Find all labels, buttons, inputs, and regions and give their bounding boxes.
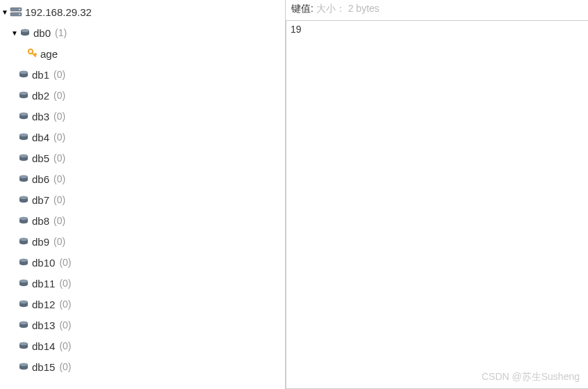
- chevron-down-icon: ▼: [10, 29, 19, 37]
- database-icon: [18, 342, 29, 350]
- db-node-db9[interactable]: db9(0): [0, 231, 285, 252]
- db-name: db7: [32, 194, 49, 206]
- svg-point-14: [19, 134, 28, 136]
- database-icon: [18, 258, 29, 267]
- database-icon: [18, 133, 29, 141]
- keyvalue-label: 键值:: [291, 3, 313, 14]
- db-count: (0): [54, 236, 65, 247]
- database-icon: [18, 112, 29, 120]
- db-node-db10[interactable]: db10(0): [0, 252, 285, 273]
- db-name: db6: [32, 173, 49, 185]
- db-count: (0): [54, 173, 65, 184]
- db-count: (1): [55, 27, 67, 38]
- db-node-db13[interactable]: db13(0): [0, 315, 285, 335]
- server-node[interactable]: ▼ 192.168.29.32: [0, 1, 285, 22]
- svg-point-10: [19, 92, 28, 95]
- database-icon: [18, 175, 29, 183]
- db-node-db2[interactable]: db2(0): [0, 85, 285, 106]
- db-name: db13: [32, 319, 55, 331]
- db-name: db4: [32, 132, 49, 143]
- db-count: (0): [59, 299, 71, 310]
- db-count: (0): [59, 278, 71, 289]
- database-icon: [18, 154, 29, 162]
- svg-point-18: [19, 175, 28, 178]
- database-icon: [18, 196, 29, 204]
- db-name: db15: [32, 361, 55, 373]
- svg-point-20: [19, 196, 28, 199]
- svg-point-36: [19, 363, 28, 366]
- database-icon: [18, 91, 29, 100]
- svg-point-30: [19, 301, 28, 303]
- db-node-db5[interactable]: db5(0): [0, 148, 285, 168]
- svg-point-2: [19, 9, 20, 10]
- svg-point-26: [19, 259, 28, 262]
- db-name: db8: [32, 215, 49, 227]
- svg-point-28: [19, 280, 28, 283]
- svg-point-24: [19, 238, 28, 241]
- db-name: db14: [32, 340, 55, 352]
- db-node-db4[interactable]: db4(0): [0, 127, 285, 148]
- db-name: db10: [32, 257, 55, 269]
- svg-point-5: [21, 29, 29, 32]
- db-count: (0): [54, 90, 65, 101]
- db-node-db6[interactable]: db6(0): [0, 168, 285, 189]
- value-textarea[interactable]: 19: [286, 20, 588, 389]
- database-icon: [18, 321, 29, 329]
- svg-point-22: [19, 217, 28, 220]
- svg-point-34: [19, 342, 28, 345]
- db-count: (0): [54, 132, 65, 143]
- db-node-db11[interactable]: db11(0): [0, 273, 285, 294]
- server-icon: [10, 7, 22, 17]
- db-node-db0[interactable]: ▼ db0 (1): [0, 22, 285, 43]
- svg-point-32: [19, 321, 28, 324]
- svg-point-3: [19, 14, 20, 15]
- database-icon: [18, 70, 29, 79]
- svg-point-8: [19, 71, 28, 74]
- server-host-label: 192.168.29.32: [25, 6, 92, 18]
- database-icon: [18, 279, 29, 287]
- key-icon: [26, 48, 38, 59]
- value-panel: 键值: 大小： 2 bytes 19: [286, 0, 588, 389]
- db-count: (0): [59, 361, 71, 372]
- db-count: (0): [59, 340, 71, 351]
- db-name: db0: [33, 27, 51, 39]
- chevron-down-icon: ▼: [0, 8, 10, 16]
- db-name: db9: [32, 236, 49, 248]
- db-node-db12[interactable]: db12(0): [0, 294, 285, 315]
- key-node-age[interactable]: age: [0, 43, 285, 64]
- db-name: db5: [32, 152, 49, 164]
- db-name: db12: [32, 299, 55, 310]
- database-icon: [18, 300, 29, 308]
- value-content: 19: [291, 24, 302, 35]
- size-label: 大小：: [316, 3, 345, 14]
- db-node-db15[interactable]: db15(0): [0, 356, 285, 377]
- db-name: db1: [32, 69, 49, 81]
- db-node-db1[interactable]: db1(0): [0, 64, 285, 85]
- db-count: (0): [59, 319, 71, 331]
- database-icon: [18, 237, 29, 246]
- database-icon: [18, 216, 29, 225]
- db-name: db11: [32, 278, 55, 289]
- database-tree-panel: ▼ 192.168.29.32 ▼ db0 (1): [0, 0, 286, 389]
- database-icon: [18, 363, 29, 371]
- db-node-db14[interactable]: db14(0): [0, 335, 285, 356]
- db-count: (0): [54, 152, 65, 164]
- svg-point-12: [19, 113, 28, 116]
- key-name: age: [40, 48, 58, 60]
- db-name: db3: [32, 111, 49, 122]
- db-count: (0): [54, 215, 65, 226]
- db-count: (0): [54, 111, 65, 122]
- size-value: 2 bytes: [348, 3, 379, 14]
- db-node-db7[interactable]: db7(0): [0, 189, 285, 210]
- db-node-db3[interactable]: db3(0): [0, 106, 285, 127]
- value-header: 键值: 大小： 2 bytes: [286, 0, 588, 19]
- db-count: (0): [59, 257, 71, 268]
- database-icon: [19, 29, 31, 37]
- db-node-db8[interactable]: db8(0): [0, 210, 285, 231]
- db-count: (0): [54, 194, 65, 205]
- db-name: db2: [32, 90, 49, 102]
- svg-point-16: [19, 154, 28, 157]
- db-count: (0): [54, 69, 65, 80]
